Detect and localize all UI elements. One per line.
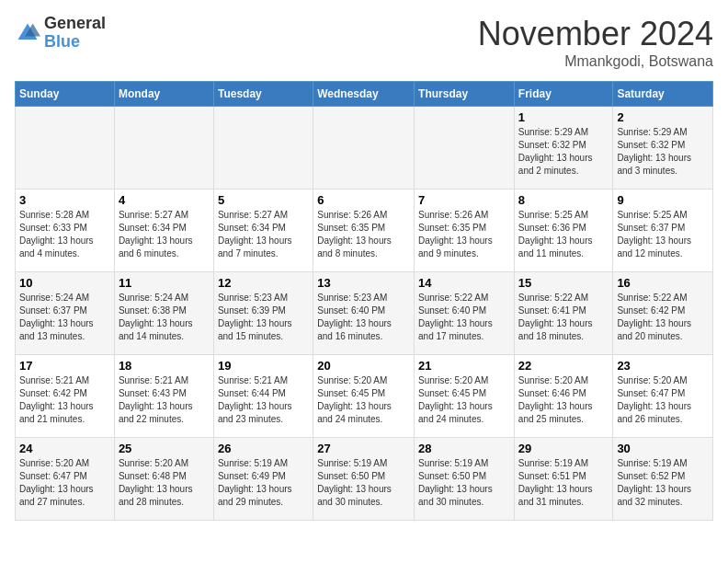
- day-info: Sunrise: 5:22 AM Sunset: 6:42 PM Dayligh…: [617, 292, 709, 343]
- day-number: 28: [418, 442, 510, 455]
- calendar-cell: 3Sunrise: 5:28 AM Sunset: 6:33 PM Daylig…: [16, 190, 115, 272]
- day-number: 3: [19, 193, 110, 207]
- page-header: GeneralBlue November 2024 Mmankgodi, Bot…: [15, 15, 713, 70]
- day-info: Sunrise: 5:28 AM Sunset: 6:33 PM Dayligh…: [19, 209, 110, 260]
- day-number: 14: [418, 276, 510, 290]
- day-number: 6: [317, 193, 410, 207]
- day-number: 16: [617, 276, 709, 290]
- calendar-header-row: SundayMondayTuesdayWednesdayThursdayFrid…: [16, 82, 713, 107]
- day-info: Sunrise: 5:19 AM Sunset: 6:49 PM Dayligh…: [218, 457, 309, 509]
- day-info: Sunrise: 5:29 AM Sunset: 6:32 PM Dayligh…: [617, 126, 709, 178]
- calendar-cell: 6Sunrise: 5:26 AM Sunset: 6:35 PM Daylig…: [313, 190, 415, 272]
- day-number: 13: [317, 276, 410, 290]
- day-info: Sunrise: 5:25 AM Sunset: 6:37 PM Dayligh…: [617, 209, 709, 260]
- calendar-cell: [313, 107, 415, 190]
- day-info: Sunrise: 5:22 AM Sunset: 6:40 PM Dayligh…: [418, 292, 510, 343]
- day-info: Sunrise: 5:20 AM Sunset: 6:47 PM Dayligh…: [617, 374, 709, 426]
- day-info: Sunrise: 5:24 AM Sunset: 6:37 PM Dayligh…: [19, 292, 110, 343]
- calendar-cell: [16, 107, 115, 190]
- calendar-cell: 22Sunrise: 5:20 AM Sunset: 6:46 PM Dayli…: [514, 355, 613, 438]
- calendar-cell: 21Sunrise: 5:20 AM Sunset: 6:45 PM Dayli…: [415, 355, 515, 438]
- day-info: Sunrise: 5:19 AM Sunset: 6:51 PM Dayligh…: [518, 457, 609, 509]
- day-info: Sunrise: 5:20 AM Sunset: 6:48 PM Dayligh…: [119, 457, 210, 509]
- calendar-cell: [213, 107, 313, 190]
- calendar-cell: 11Sunrise: 5:24 AM Sunset: 6:38 PM Dayli…: [114, 272, 213, 355]
- calendar-cell: 24Sunrise: 5:20 AM Sunset: 6:47 PM Dayli…: [16, 438, 115, 521]
- weekday-header-saturday: Saturday: [613, 82, 713, 107]
- weekday-header-sunday: Sunday: [16, 82, 115, 107]
- weekday-header-monday: Monday: [114, 82, 213, 107]
- day-number: 5: [218, 193, 309, 207]
- day-info: Sunrise: 5:26 AM Sunset: 6:35 PM Dayligh…: [418, 209, 510, 260]
- day-info: Sunrise: 5:27 AM Sunset: 6:34 PM Dayligh…: [218, 209, 309, 260]
- day-info: Sunrise: 5:19 AM Sunset: 6:50 PM Dayligh…: [418, 457, 510, 509]
- calendar-cell: 14Sunrise: 5:22 AM Sunset: 6:40 PM Dayli…: [415, 272, 515, 355]
- day-info: Sunrise: 5:20 AM Sunset: 6:46 PM Dayligh…: [518, 374, 609, 426]
- day-number: 1: [518, 110, 609, 124]
- day-number: 27: [317, 442, 410, 455]
- weekday-header-wednesday: Wednesday: [313, 82, 415, 107]
- calendar-cell: 19Sunrise: 5:21 AM Sunset: 6:44 PM Dayli…: [213, 355, 313, 438]
- calendar-cell: 1Sunrise: 5:29 AM Sunset: 6:32 PM Daylig…: [514, 107, 613, 190]
- calendar-week-row: 17Sunrise: 5:21 AM Sunset: 6:42 PM Dayli…: [16, 355, 713, 438]
- day-number: 9: [617, 193, 709, 207]
- day-info: Sunrise: 5:20 AM Sunset: 6:45 PM Dayligh…: [317, 374, 410, 426]
- day-info: Sunrise: 5:19 AM Sunset: 6:52 PM Dayligh…: [617, 457, 709, 509]
- calendar-cell: 25Sunrise: 5:20 AM Sunset: 6:48 PM Dayli…: [114, 438, 213, 521]
- day-number: 24: [19, 442, 110, 455]
- calendar-week-row: 10Sunrise: 5:24 AM Sunset: 6:37 PM Dayli…: [16, 272, 713, 355]
- calendar-table: SundayMondayTuesdayWednesdayThursdayFrid…: [15, 81, 713, 521]
- calendar-cell: 23Sunrise: 5:20 AM Sunset: 6:47 PM Dayli…: [613, 355, 713, 438]
- day-number: 22: [518, 359, 609, 373]
- weekday-header-friday: Friday: [514, 82, 613, 107]
- logo: GeneralBlue: [15, 15, 106, 52]
- calendar-cell: [114, 107, 213, 190]
- day-number: 15: [518, 276, 609, 290]
- calendar-cell: [415, 107, 515, 190]
- calendar-cell: 15Sunrise: 5:22 AM Sunset: 6:41 PM Dayli…: [514, 272, 613, 355]
- calendar-cell: 30Sunrise: 5:19 AM Sunset: 6:52 PM Dayli…: [613, 438, 713, 521]
- day-info: Sunrise: 5:23 AM Sunset: 6:39 PM Dayligh…: [218, 292, 309, 343]
- day-number: 11: [119, 276, 210, 290]
- day-info: Sunrise: 5:26 AM Sunset: 6:35 PM Dayligh…: [317, 209, 410, 260]
- day-number: 8: [518, 193, 609, 207]
- title-block: November 2024 Mmankgodi, Botswana: [478, 15, 713, 70]
- logo-text: GeneralBlue: [44, 15, 106, 52]
- calendar-cell: 8Sunrise: 5:25 AM Sunset: 6:36 PM Daylig…: [514, 190, 613, 272]
- location-title: Mmankgodi, Botswana: [478, 53, 713, 70]
- day-info: Sunrise: 5:22 AM Sunset: 6:41 PM Dayligh…: [518, 292, 609, 343]
- calendar-week-row: 24Sunrise: 5:20 AM Sunset: 6:47 PM Dayli…: [16, 438, 713, 521]
- calendar-cell: 9Sunrise: 5:25 AM Sunset: 6:37 PM Daylig…: [613, 190, 713, 272]
- day-number: 2: [617, 110, 709, 124]
- calendar-cell: 12Sunrise: 5:23 AM Sunset: 6:39 PM Dayli…: [213, 272, 313, 355]
- day-number: 17: [19, 359, 110, 373]
- day-info: Sunrise: 5:23 AM Sunset: 6:40 PM Dayligh…: [317, 292, 410, 343]
- day-number: 19: [218, 359, 309, 373]
- day-number: 21: [418, 359, 510, 373]
- day-number: 18: [119, 359, 210, 373]
- calendar-cell: 27Sunrise: 5:19 AM Sunset: 6:50 PM Dayli…: [313, 438, 415, 521]
- day-info: Sunrise: 5:21 AM Sunset: 6:43 PM Dayligh…: [119, 374, 210, 426]
- calendar-cell: 17Sunrise: 5:21 AM Sunset: 6:42 PM Dayli…: [16, 355, 115, 438]
- day-number: 29: [518, 442, 609, 455]
- day-number: 23: [617, 359, 709, 373]
- calendar-week-row: 3Sunrise: 5:28 AM Sunset: 6:33 PM Daylig…: [16, 190, 713, 272]
- calendar-cell: 18Sunrise: 5:21 AM Sunset: 6:43 PM Dayli…: [114, 355, 213, 438]
- day-info: Sunrise: 5:21 AM Sunset: 6:42 PM Dayligh…: [19, 374, 110, 426]
- day-info: Sunrise: 5:25 AM Sunset: 6:36 PM Dayligh…: [518, 209, 609, 260]
- calendar-cell: 16Sunrise: 5:22 AM Sunset: 6:42 PM Dayli…: [613, 272, 713, 355]
- day-info: Sunrise: 5:27 AM Sunset: 6:34 PM Dayligh…: [119, 209, 210, 260]
- calendar-cell: 20Sunrise: 5:20 AM Sunset: 6:45 PM Dayli…: [313, 355, 415, 438]
- month-title: November 2024: [478, 15, 713, 53]
- logo-icon: [15, 20, 40, 46]
- calendar-cell: 29Sunrise: 5:19 AM Sunset: 6:51 PM Dayli…: [514, 438, 613, 521]
- calendar-cell: 5Sunrise: 5:27 AM Sunset: 6:34 PM Daylig…: [213, 190, 313, 272]
- day-number: 12: [218, 276, 309, 290]
- day-info: Sunrise: 5:29 AM Sunset: 6:32 PM Dayligh…: [518, 126, 609, 178]
- calendar-cell: 2Sunrise: 5:29 AM Sunset: 6:32 PM Daylig…: [613, 107, 713, 190]
- day-number: 4: [119, 193, 210, 207]
- calendar-week-row: 1Sunrise: 5:29 AM Sunset: 6:32 PM Daylig…: [16, 107, 713, 190]
- day-number: 7: [418, 193, 510, 207]
- calendar-cell: 26Sunrise: 5:19 AM Sunset: 6:49 PM Dayli…: [213, 438, 313, 521]
- day-info: Sunrise: 5:20 AM Sunset: 6:47 PM Dayligh…: [19, 457, 110, 509]
